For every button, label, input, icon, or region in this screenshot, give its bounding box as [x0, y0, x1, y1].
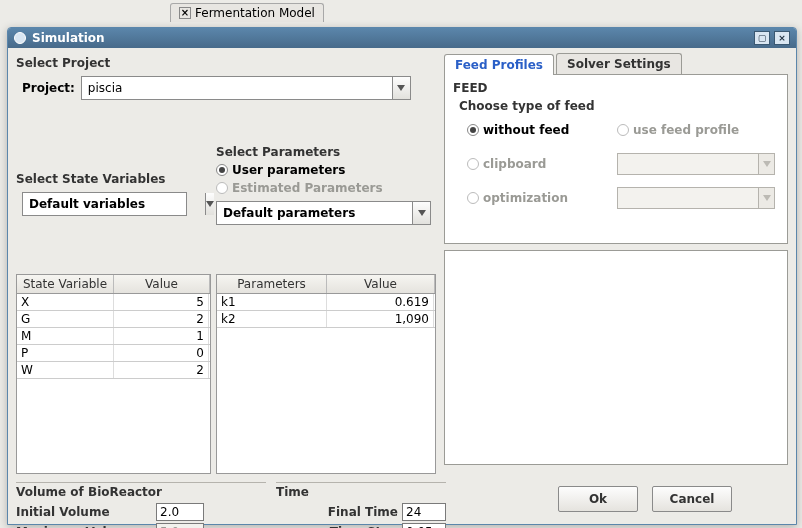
initial-volume-label: Initial Volume	[16, 505, 156, 519]
clipboard-combo	[617, 153, 775, 175]
max-volume-input	[156, 523, 204, 528]
feed-without-label: without feed	[483, 123, 569, 137]
app-icon	[14, 32, 26, 44]
cell-name: P	[17, 345, 114, 361]
cell-name: M	[17, 328, 114, 344]
col-parameters: Parameters	[217, 275, 327, 293]
feed-panel: FEED Choose type of feed without feed us…	[444, 74, 788, 244]
parameters-table[interactable]: Parameters Value k10.619k21,090	[216, 274, 436, 474]
chevron-down-icon	[758, 154, 774, 174]
cell-name: k2	[217, 311, 327, 327]
cell-name: G	[17, 311, 114, 327]
project-label: Project:	[22, 81, 75, 95]
select-params-title: Select Parameters	[216, 145, 436, 159]
close-icon[interactable]: ×	[179, 7, 191, 19]
table-row[interactable]: P0	[17, 345, 210, 362]
feed-optimization-label: optimization	[483, 191, 568, 205]
ok-button[interactable]: Ok	[558, 486, 638, 512]
simulation-dialog: Simulation ▢ × Select Project Project: S…	[7, 27, 797, 525]
initial-volume-input[interactable]	[156, 503, 204, 521]
chevron-down-icon[interactable]	[205, 193, 214, 215]
select-project-title: Select Project	[16, 56, 434, 70]
tab-label: Fermentation Model	[195, 6, 315, 20]
tab-solver-settings[interactable]: Solver Settings	[556, 53, 682, 74]
cell-value: 2	[114, 311, 209, 327]
maximize-button[interactable]: ▢	[754, 31, 770, 45]
state-vars-value[interactable]	[23, 193, 205, 215]
table-row[interactable]: G2	[17, 311, 210, 328]
titlebar: Simulation ▢ ×	[8, 28, 796, 48]
tab-fermentation-model[interactable]: × Fermentation Model	[170, 3, 324, 22]
chevron-down-icon[interactable]	[412, 202, 430, 224]
cell-value: 1	[114, 328, 209, 344]
chevron-down-icon[interactable]	[392, 77, 410, 99]
time-step-input[interactable]	[402, 523, 446, 528]
cell-value: 5	[114, 294, 209, 310]
feed-clipboard-label: clipboard	[483, 157, 546, 171]
feed-without-radio[interactable]: without feed	[467, 123, 617, 137]
table-row[interactable]: k10.619	[217, 294, 435, 311]
state-vars-combo[interactable]	[22, 192, 187, 216]
col-value: Value	[114, 275, 210, 293]
state-variable-table[interactable]: State Variable Value X5G2M1P0W2	[16, 274, 211, 474]
cell-value: 2	[114, 362, 209, 378]
feed-optimization-radio: optimization	[467, 191, 617, 205]
optimization-combo	[617, 187, 775, 209]
col-value: Value	[327, 275, 435, 293]
feed-clipboard-radio: clipboard	[467, 157, 617, 171]
user-params-radio[interactable]: User parameters	[216, 163, 436, 177]
cell-name: k1	[217, 294, 327, 310]
time-title: Time	[276, 485, 446, 499]
project-combo[interactable]	[81, 76, 411, 100]
cell-name: X	[17, 294, 114, 310]
cancel-button[interactable]: Cancel	[652, 486, 732, 512]
lower-empty-panel	[444, 250, 788, 465]
volume-title: Volume of BioReactor	[16, 485, 266, 499]
params-combo[interactable]	[216, 201, 431, 225]
table-row[interactable]: W2	[17, 362, 210, 379]
select-state-vars-title: Select State Variables	[16, 172, 211, 186]
estimated-params-label: Estimated Parameters	[232, 181, 383, 195]
feed-title: FEED	[453, 81, 779, 95]
final-time-input[interactable]	[402, 503, 446, 521]
cell-name: W	[17, 362, 114, 378]
feed-use-profile-radio: use feed profile	[617, 123, 777, 137]
cell-value: 0.619	[327, 294, 434, 310]
params-value[interactable]	[217, 202, 412, 224]
table-row[interactable]: M1	[17, 328, 210, 345]
feed-choose-label: Choose type of feed	[459, 99, 779, 113]
col-state-variable: State Variable	[17, 275, 114, 293]
table-row[interactable]: X5	[17, 294, 210, 311]
estimated-params-radio: Estimated Parameters	[216, 181, 436, 195]
close-button[interactable]: ×	[774, 31, 790, 45]
project-input[interactable]	[82, 77, 392, 99]
dialog-title: Simulation	[32, 31, 105, 45]
user-params-label: User parameters	[232, 163, 345, 177]
chevron-down-icon	[758, 188, 774, 208]
final-time-label: Final Time	[328, 505, 398, 519]
cell-value: 0	[114, 345, 209, 361]
table-row[interactable]: k21,090	[217, 311, 435, 328]
tab-feed-profiles[interactable]: Feed Profiles	[444, 54, 554, 75]
cell-value: 1,090	[327, 311, 434, 327]
feed-use-profile-label: use feed profile	[633, 123, 739, 137]
